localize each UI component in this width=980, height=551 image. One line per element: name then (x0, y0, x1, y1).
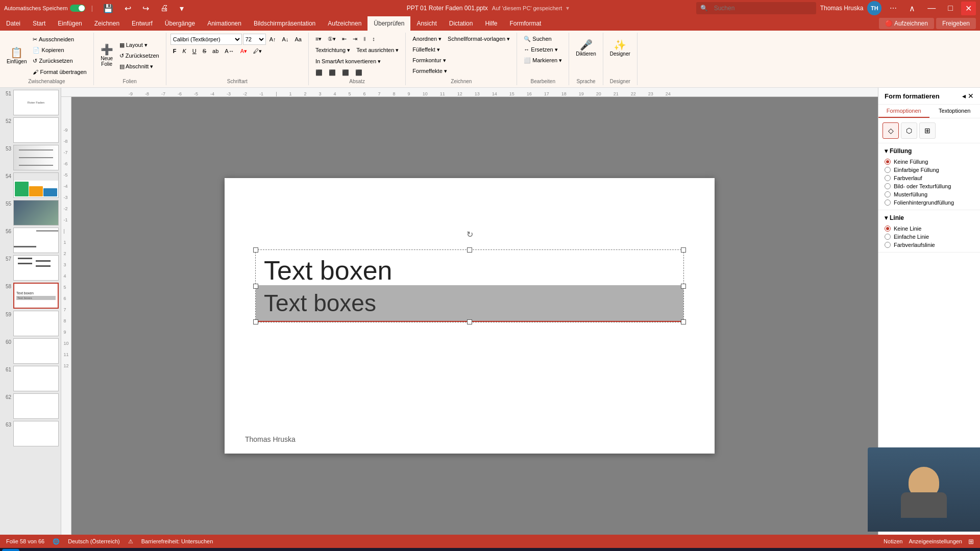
task-view-button[interactable]: ⧉ (39, 549, 56, 551)
radio-einfache-linie[interactable]: Einfache Linie (885, 234, 974, 240)
abschnitt-button[interactable]: ▤ Abschnitt ▾ (117, 61, 162, 71)
slide-thumb-59[interactable]: 59 (2, 311, 59, 336)
handle-tl[interactable] (253, 247, 258, 253)
numbering-button[interactable]: ①▾ (325, 34, 338, 44)
handle-bc[interactable] (467, 319, 472, 324)
suchen-button[interactable]: 🔍 Suchen (521, 34, 565, 44)
customize-button[interactable]: ▾ (176, 2, 188, 15)
panel-icon-fullung[interactable]: ◇ (883, 122, 899, 139)
radio-keine-linie[interactable]: Keine Linie (885, 226, 974, 232)
panel-close-button[interactable]: ✕ (968, 92, 974, 100)
markieren-button[interactable]: ⬜ Markieren ▾ (521, 55, 565, 65)
justify-button[interactable]: ⬛ (353, 67, 365, 78)
schnellformat-button[interactable]: Schnellformat-vorlagen ▾ (445, 34, 512, 44)
slide-thumb-57[interactable]: 57 (2, 255, 59, 281)
text-box-secondary[interactable]: Text boxes (256, 285, 683, 322)
handle-ml[interactable] (253, 284, 258, 289)
start-button[interactable]: ⊞ (2, 549, 19, 551)
slide-thumb-60[interactable]: 60 (2, 338, 59, 364)
tab-hilfe[interactable]: Hilfe (479, 16, 503, 31)
accessibility-label[interactable]: Barrierefreiheit: Untersuchen (141, 538, 213, 544)
edge-button[interactable]: 🌐 (57, 549, 75, 551)
ribbon-collapse-button[interactable]: ∧ (905, 2, 919, 15)
word-button[interactable]: W (149, 549, 166, 551)
handle-br[interactable] (681, 319, 686, 324)
slide-thumb-61[interactable]: 61 (2, 366, 59, 391)
zurucksetzen-button[interactable]: ↺ Zurücksetzen (117, 51, 162, 61)
formkontur-button[interactable]: Formkontur ▾ (410, 55, 448, 65)
save-button[interactable]: 💾 (99, 2, 117, 15)
tab-start[interactable]: Start (27, 16, 52, 31)
slide-panel[interactable]: 51 Roter Faden 52 53 54 (0, 88, 61, 535)
highlight-button[interactable]: 🖊▾ (251, 46, 264, 56)
quick-print-button[interactable]: 🖨 (156, 2, 173, 15)
search-input[interactable] (710, 3, 812, 13)
italic-button[interactable]: K (180, 46, 188, 56)
maximize-button[interactable]: □ (944, 2, 957, 15)
panel-tab-textoptionen[interactable]: Textoptionen (929, 105, 981, 118)
powerpoint-button[interactable]: 📊 (131, 549, 148, 551)
diktieren-button[interactable]: 🎤 Diktieren (573, 34, 598, 62)
tab-ubergange[interactable]: Übergänge (159, 16, 201, 31)
slide-thumb-62[interactable]: 62 (2, 393, 59, 419)
autosave-toggle[interactable]: Automatisches Speichern (4, 5, 85, 12)
tab-uberprufen[interactable]: Überprüfen (368, 16, 410, 31)
underline-button[interactable]: U (190, 46, 199, 56)
fulleffekt-button[interactable]: Fülleffekt ▾ (410, 44, 443, 55)
decrease-font-button[interactable]: A↓ (280, 34, 291, 44)
tab-bildschirm[interactable]: Bildschirmpräsentation (248, 16, 322, 31)
slide-container[interactable]: ↻ Text boxen (225, 178, 715, 454)
handle-tc[interactable] (467, 247, 472, 253)
explorer-button[interactable]: 📁 (76, 549, 93, 551)
share-options-button[interactable]: ⋯ (886, 2, 901, 14)
close-button[interactable]: ✕ (961, 2, 976, 15)
radio-einfarbige-fullung[interactable]: Einfarbige Füllung (885, 167, 974, 173)
rotation-handle[interactable]: ↻ (464, 229, 475, 239)
radio-keine-fullung[interactable]: Keine Füllung (885, 159, 974, 165)
tab-ansicht[interactable]: Ansicht (410, 16, 443, 31)
notes-button[interactable]: Notizen (884, 538, 902, 544)
char-spacing-button[interactable]: A↔ (222, 46, 236, 56)
handle-mr[interactable] (681, 284, 686, 289)
radio-muster-fullung[interactable]: Musterfüllung (885, 191, 974, 197)
slide-thumb-51[interactable]: 51 Roter Faden (2, 90, 59, 115)
ersetzen-button[interactable]: ↔ Ersetzen ▾ (521, 44, 565, 55)
neue-folie-button[interactable]: ➕ NeueFolie (98, 41, 116, 70)
radio-folienhintergrund[interactable]: Folienhintergrundfüllung (885, 199, 974, 206)
view-settings-button[interactable]: Anzeigeeinstellungen (909, 538, 962, 544)
slide-thumb-54[interactable]: 54 (2, 172, 59, 198)
line-spacing-button[interactable]: ↕ (370, 34, 378, 44)
increase-indent-button[interactable]: ⇥ (350, 34, 360, 44)
handle-bl[interactable] (253, 319, 258, 324)
tab-einfugen[interactable]: Einfügen (52, 16, 88, 31)
font-color-button[interactable]: A▾ (238, 46, 250, 56)
tab-formformat[interactable]: Formformat (503, 16, 547, 31)
anordnen-button[interactable]: Anordnen ▾ (410, 34, 444, 44)
radio-farbverlaufslinie[interactable]: Farbverlaufslinie (885, 242, 974, 248)
shadow-button[interactable]: ab (210, 46, 221, 56)
tab-dictation[interactable]: Dictation (443, 16, 479, 31)
search-taskbar-button[interactable]: 🔍 (20, 549, 38, 551)
zoom-button[interactable]: ⊞ (968, 538, 974, 545)
format-paint-button[interactable]: 🖌 Format übertragen (30, 67, 89, 77)
autosave-switch[interactable] (70, 5, 85, 12)
tab-animationen[interactable]: Animationen (201, 16, 248, 31)
slide-thumb-55[interactable]: 55 (2, 200, 59, 226)
fullung-section-header[interactable]: ▾ Füllung (885, 147, 974, 155)
slide-thumb-53[interactable]: 53 (2, 145, 59, 170)
radio-farbverlauf[interactable]: Farbverlauf (885, 175, 974, 181)
tab-datei[interactable]: Datei (0, 16, 27, 31)
radio-bild-textur[interactable]: Bild- oder Texturfüllung (885, 183, 974, 189)
copy-button[interactable]: 📄 Kopieren (30, 45, 89, 56)
font-family-select[interactable]: Calibri (Textkörper) (170, 34, 242, 45)
decrease-indent-button[interactable]: ⇤ (339, 34, 349, 44)
align-center-button[interactable]: ⬛ (326, 67, 338, 78)
clear-format-button[interactable]: Aa (292, 34, 304, 44)
outlook-button[interactable]: 📧 (112, 549, 130, 551)
slide-thumb-63[interactable]: 63 (2, 421, 59, 446)
panel-tab-formoptionen[interactable]: Formoptionen (878, 105, 929, 118)
slide-thumb-58[interactable]: 58 Text boxen Text boxes (2, 283, 59, 308)
tab-aufzeichnen[interactable]: Aufzeichnen (322, 16, 368, 31)
slide-thumb-52[interactable]: 52 (2, 117, 59, 143)
designer-button[interactable]: ✨ Designer (607, 34, 633, 62)
